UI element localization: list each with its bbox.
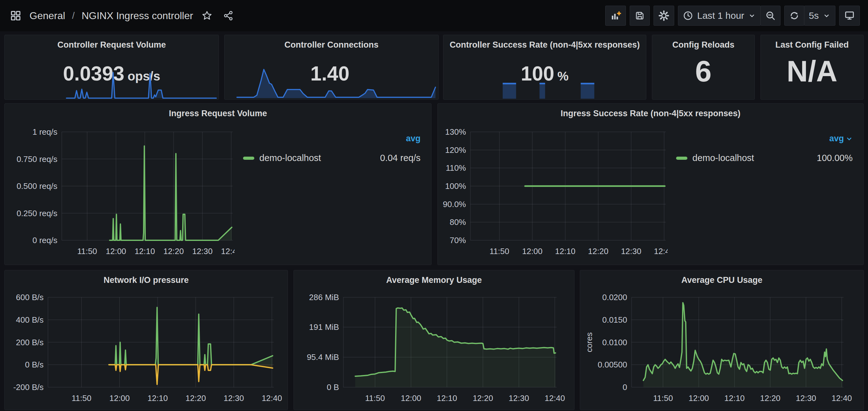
star-icon[interactable] bbox=[199, 8, 215, 23]
memory-usage-chart[interactable]: 286 MiB191 MiB95.4 MiB0 B11:5012:0012:10… bbox=[296, 290, 572, 407]
series-avg-value: 100.00% bbox=[817, 153, 853, 163]
chevron-down-icon bbox=[823, 11, 831, 20]
refresh-icon bbox=[789, 10, 800, 21]
time-range-picker[interactable]: Last 1 hour bbox=[678, 6, 761, 26]
svg-text:11:50: 11:50 bbox=[653, 393, 673, 403]
zoom-out-time-button[interactable] bbox=[761, 6, 780, 26]
svg-text:12:00: 12:00 bbox=[110, 393, 130, 403]
svg-text:0.750 req/s: 0.750 req/s bbox=[17, 155, 57, 164]
panel-average-memory-usage: Average Memory Usage 286 MiB191 MiB95.4 … bbox=[293, 270, 575, 410]
panel-config-reloads: Config Reloads 6 bbox=[652, 35, 755, 100]
svg-text:1 req/s: 1 req/s bbox=[33, 127, 58, 137]
svg-text:0 B/s: 0 B/s bbox=[25, 360, 43, 369]
breadcrumb-page-title[interactable]: NGINX Ingress controller bbox=[82, 10, 193, 22]
svg-text:0.0200: 0.0200 bbox=[602, 293, 627, 302]
top-nav-bar: General / NGINX Ingress controller bbox=[0, 0, 868, 31]
svg-text:120%: 120% bbox=[445, 145, 466, 155]
series-color-marker[interactable] bbox=[243, 157, 254, 160]
time-range-label: Last 1 hour bbox=[697, 10, 744, 21]
svg-text:11:50: 11:50 bbox=[490, 246, 509, 256]
svg-text:600 B/s: 600 B/s bbox=[16, 293, 43, 302]
svg-text:12:10: 12:10 bbox=[724, 393, 745, 403]
stat-value-line: N/A bbox=[761, 55, 863, 88]
svg-text:12:30: 12:30 bbox=[224, 393, 244, 403]
refresh-dashboard-button[interactable] bbox=[784, 6, 804, 26]
panel-title[interactable]: Controller Request Volume bbox=[5, 40, 219, 50]
svg-text:12:10: 12:10 bbox=[555, 246, 576, 256]
svg-text:12:40: 12:40 bbox=[832, 393, 852, 403]
svg-text:100%: 100% bbox=[445, 181, 466, 191]
panel-average-cpu-usage: Average CPU Usage 0.02000.01500.01000.00… bbox=[580, 270, 864, 410]
dashboard-settings-button[interactable] bbox=[653, 6, 674, 26]
chevron-down-icon bbox=[748, 11, 756, 20]
gear-icon bbox=[658, 10, 670, 21]
svg-text:cores: cores bbox=[585, 332, 594, 352]
ingress-success-rate-chart[interactable]: 130%120%110%100%90.0%80%70%11:5012:0012:… bbox=[440, 124, 668, 262]
svg-text:95.4 MiB: 95.4 MiB bbox=[307, 352, 339, 362]
svg-text:12:30: 12:30 bbox=[508, 393, 529, 403]
svg-text:12:00: 12:00 bbox=[522, 246, 542, 256]
svg-text:0.500 req/s: 0.500 req/s bbox=[17, 181, 57, 191]
svg-text:12:40: 12:40 bbox=[261, 393, 282, 403]
cycle-view-mode-button[interactable] bbox=[839, 6, 860, 26]
svg-text:11:50: 11:50 bbox=[77, 246, 97, 256]
panel-title[interactable]: Controller Success Rate (non-4|5xx respo… bbox=[443, 40, 646, 50]
svg-text:12:40: 12:40 bbox=[545, 393, 565, 403]
ingress-request-volume-chart[interactable]: 1 req/s0.750 req/s0.500 req/s0.250 req/s… bbox=[7, 124, 235, 262]
series-color-marker[interactable] bbox=[676, 157, 687, 160]
svg-text:12:00: 12:00 bbox=[106, 246, 126, 256]
monitor-icon bbox=[844, 10, 855, 21]
add-panel-button[interactable] bbox=[605, 6, 626, 26]
breadcrumb-separator: / bbox=[72, 10, 74, 21]
svg-text:200 B/s: 200 B/s bbox=[16, 338, 43, 347]
panel-controller-success-rate: Controller Success Rate (non-4|5xx respo… bbox=[443, 35, 646, 100]
breadcrumb-section[interactable]: General bbox=[29, 10, 65, 22]
add-panel-icon bbox=[610, 10, 621, 21]
svg-text:130%: 130% bbox=[445, 127, 466, 137]
legend-header-avg[interactable]: avg bbox=[243, 134, 421, 143]
refresh-interval-picker[interactable]: 5s bbox=[804, 6, 835, 26]
svg-text:0.250 req/s: 0.250 req/s bbox=[17, 209, 57, 218]
svg-text:-200 B/s: -200 B/s bbox=[13, 382, 43, 392]
svg-text:0.00500: 0.00500 bbox=[598, 360, 627, 369]
svg-text:0: 0 bbox=[623, 382, 627, 392]
clock-icon bbox=[683, 10, 693, 21]
panel-title[interactable]: Controller Connections bbox=[224, 40, 438, 50]
svg-text:12:10: 12:10 bbox=[147, 393, 168, 403]
apps-grid-icon[interactable] bbox=[8, 8, 23, 23]
save-dashboard-button[interactable] bbox=[630, 6, 650, 26]
series-label[interactable]: demo-localhost bbox=[259, 153, 321, 163]
panel-title[interactable]: Average Memory Usage bbox=[294, 275, 574, 285]
success-rate-bars bbox=[445, 81, 645, 99]
panel-title[interactable]: Average CPU Usage bbox=[580, 275, 864, 285]
cpu-usage-chart[interactable]: 0.02000.01500.01000.00500011:5012:0012:1… bbox=[583, 290, 861, 407]
panel-controller-connections: Controller Connections 1.40 bbox=[224, 35, 439, 100]
svg-text:0.0100: 0.0100 bbox=[602, 338, 627, 347]
panel-controller-request-volume: Controller Request Volume 0.0393ops/s bbox=[4, 35, 219, 100]
panel-title[interactable]: Ingress Request Volume bbox=[5, 109, 431, 118]
panel-network-io-pressure: Network I/O pressure 600 B/s400 B/s200 B… bbox=[4, 270, 288, 410]
svg-text:12:40: 12:40 bbox=[221, 246, 235, 256]
svg-text:70%: 70% bbox=[450, 236, 466, 245]
svg-text:12:20: 12:20 bbox=[186, 393, 206, 403]
network-io-chart[interactable]: 600 B/s400 B/s200 B/s0 B/s-200 B/s11:501… bbox=[7, 290, 285, 407]
legend: avg demo-localhost 0.04 req/s bbox=[243, 134, 421, 163]
panel-title[interactable]: Last Config Failed bbox=[761, 40, 863, 50]
svg-text:12:00: 12:00 bbox=[689, 393, 709, 403]
panel-title[interactable]: Ingress Success Rate (non-4|5xx response… bbox=[438, 109, 863, 118]
legend: avg demo-localhost 100.00% bbox=[676, 134, 852, 163]
panel-ingress-request-volume: Ingress Request Volume 1 req/s0.750 req/… bbox=[4, 103, 432, 265]
chevron-down-icon bbox=[846, 135, 852, 142]
zoom-out-icon bbox=[765, 10, 776, 21]
svg-text:12:20: 12:20 bbox=[472, 393, 493, 403]
svg-text:11:50: 11:50 bbox=[365, 393, 385, 403]
series-label[interactable]: demo-localhost bbox=[692, 153, 754, 163]
panel-title[interactable]: Network I/O pressure bbox=[5, 275, 287, 285]
svg-text:80%: 80% bbox=[450, 217, 466, 227]
share-icon[interactable] bbox=[221, 8, 236, 23]
panel-title[interactable]: Config Reloads bbox=[652, 40, 754, 50]
svg-text:12:40: 12:40 bbox=[654, 246, 668, 256]
svg-text:12:20: 12:20 bbox=[760, 393, 780, 403]
legend-header-avg[interactable]: avg bbox=[676, 134, 852, 143]
series-avg-value: 0.04 req/s bbox=[380, 153, 421, 163]
